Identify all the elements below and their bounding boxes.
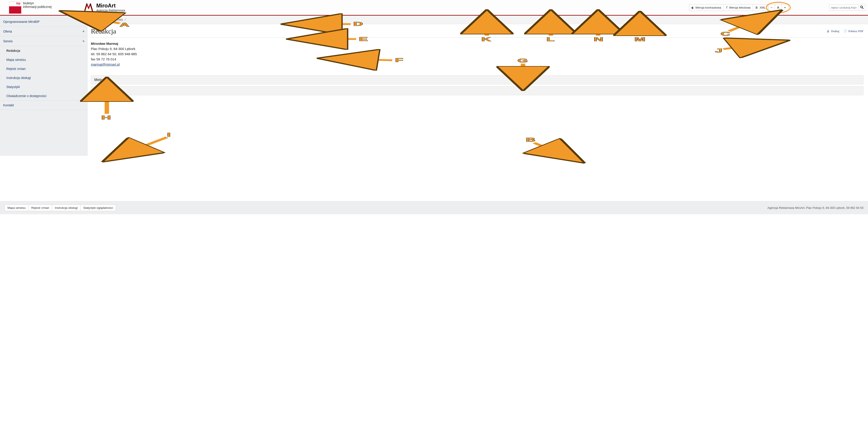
miroart-title: MiroArt: [96, 3, 125, 8]
xml-icon: 🗎: [755, 6, 758, 9]
expand-icon: +: [83, 39, 85, 43]
search: [829, 4, 865, 11]
contact-block: Mirosław Marmaj Plac Pokoju 9, 84-300 Lę…: [91, 41, 864, 66]
sidebar-sub-statystyki[interactable]: Statystyki: [0, 82, 88, 91]
font-decrease-button[interactable]: −: [768, 4, 775, 11]
sidebar: Oprogramowanie MiroBIP + Oferta + Serwis…: [0, 16, 88, 156]
breadcrumb-level1[interactable]: Serwis: [114, 18, 123, 22]
sidebar-item-label: Serwis: [3, 39, 13, 43]
sidebar-item-label: Instrukcja obsługi: [6, 76, 31, 80]
footer-link-rejestr[interactable]: Rejestr zmian: [29, 204, 52, 211]
textversion-button[interactable]: T Wersja tekstowa: [723, 4, 753, 11]
pdf-icon: 📄: [843, 29, 847, 33]
sidebar-item-label: Statystyki: [6, 85, 20, 89]
sidebar-item-label: Oprogramowanie MiroBIP: [3, 20, 39, 24]
footer-company: Agencja Reklamowa MiroArt, Plac Pokoju 9…: [767, 206, 864, 209]
footer-links: Mapa serwisu Rejestr zmian Instrukcja ob…: [4, 204, 116, 211]
sidebar-item-serwis[interactable]: Serwis +: [0, 36, 88, 46]
print-icon: 🖨: [827, 29, 830, 33]
sidebar-item-label: Oferta: [3, 30, 12, 33]
footer-link-mapa[interactable]: Mapa serwisu: [4, 204, 29, 211]
page-title: Redakcja: [91, 27, 116, 35]
bip-logo[interactable]: bip biuletyn informacji publicznej: [9, 1, 52, 13]
search-input[interactable]: [829, 4, 859, 11]
contact-fax: fax 59 72 76 014: [91, 57, 864, 61]
expand-icon: +: [83, 20, 85, 24]
panel-metryka[interactable]: Metryka: [91, 75, 864, 84]
contrast-label: Wersja kontrastowa: [695, 6, 721, 9]
xml-button[interactable]: 🗎 XML: [753, 4, 768, 11]
pdf-button[interactable]: 📄 Pobierz PDF: [843, 29, 864, 33]
fontsize-group: − A +: [768, 4, 788, 11]
contact-name: Mirosław Marmaj: [91, 41, 864, 46]
miroart-name: MiroArt Agencja Reklamowa: [96, 3, 125, 12]
contact-address: Plac Pokoju 9, 84-300 Lębork: [91, 47, 864, 51]
search-button[interactable]: [859, 4, 865, 11]
topbar: bip biuletyn informacji publicznej MiroA…: [0, 0, 868, 16]
content: Strona główna / Serwis / Redakcja 🖨 Druk…: [88, 16, 868, 156]
print-label: Drukuj: [831, 29, 839, 33]
sidebar-item-label: Mapa serwisu: [6, 58, 26, 61]
search-icon: [860, 5, 864, 10]
sidebar-sub-instrukcja[interactable]: Instrukcja obsługi: [0, 73, 88, 82]
bip-line2: informacji publicznej: [23, 5, 52, 8]
xml-label: XML: [760, 6, 766, 9]
sidebar-sub-oswiadczenie[interactable]: Oświadczenie o dostępności: [0, 91, 88, 101]
sidebar-item-label: Kontakt: [3, 104, 14, 107]
footer-link-instrukcja[interactable]: Instrukcja obsługi: [52, 204, 81, 211]
bip-flag-icon: bip: [9, 1, 21, 13]
page-title-row: Redakcja 🖨 Drukuj 📄 Pobierz PDF: [91, 27, 864, 37]
text-icon: T: [726, 6, 727, 9]
sidebar-sub-rejestr[interactable]: Rejestr zmian: [0, 64, 88, 73]
textversion-label: Wersja tekstowa: [729, 6, 750, 9]
pdf-label: Pobierz PDF: [848, 29, 864, 33]
breadcrumb-sep: /: [112, 18, 112, 22]
footer-link-statystyki[interactable]: Statystyki oglądalności: [81, 204, 116, 211]
panel-historia[interactable]: Historia Zmian: [91, 86, 864, 95]
sidebar-sub-mapa[interactable]: Mapa serwisu: [0, 55, 88, 64]
sidebar-item-oprogramowanie[interactable]: Oprogramowanie MiroBIP +: [0, 17, 88, 27]
sidebar-item-oferta[interactable]: Oferta +: [0, 27, 88, 36]
sidebar-item-kontakt[interactable]: Kontakt: [0, 101, 88, 110]
breadcrumb-home[interactable]: Strona główna: [91, 18, 110, 22]
print-button[interactable]: 🖨 Drukuj: [827, 29, 839, 33]
footer: Mapa serwisu Rejestr zmian Instrukcja ob…: [0, 201, 868, 214]
expand-icon: +: [83, 29, 85, 33]
sidebar-item-label: Redakcja: [6, 49, 20, 53]
sidebar-sub-redakcja[interactable]: Redakcja: [0, 46, 88, 55]
bip-text: biuletyn informacji publicznej: [23, 1, 52, 8]
miroart-subtitle: Agencja Reklamowa: [96, 9, 125, 12]
sidebar-item-label: Oświadczenie o dostępności: [6, 94, 46, 98]
miroart-logo[interactable]: MiroArt Agencja Reklamowa: [83, 2, 125, 13]
panel-label: Historia Zmian: [94, 89, 118, 92]
topbar-tools: ◐ Wersja kontrastowa T Wersja tekstowa 🗎…: [689, 4, 788, 11]
font-increase-button[interactable]: +: [782, 4, 788, 11]
contact-tel: tel. 59 862 64 50, 605 948 885: [91, 52, 864, 56]
page-actions: 🖨 Drukuj 📄 Pobierz PDF: [827, 29, 864, 33]
main: Oprogramowanie MiroBIP + Oferta + Serwis…: [0, 16, 868, 156]
breadcrumb: Strona główna / Serwis /: [88, 16, 868, 24]
breadcrumb-sep: /: [125, 18, 126, 22]
contact-email[interactable]: marmaj@miroart.pl: [91, 62, 120, 66]
bip-word: bip: [16, 2, 20, 5]
contrast-button[interactable]: ◐ Wersja kontrastowa: [689, 4, 723, 11]
svg-line-1: [862, 8, 864, 9]
svg-point-0: [861, 6, 863, 8]
panel-label: Metryka: [94, 78, 107, 82]
bip-line1: biuletyn: [23, 1, 52, 5]
miroart-icon: [83, 2, 94, 13]
font-default-button[interactable]: A: [775, 4, 782, 11]
contrast-icon: ◐: [691, 6, 694, 9]
sidebar-item-label: Rejestr zmian: [6, 67, 26, 70]
